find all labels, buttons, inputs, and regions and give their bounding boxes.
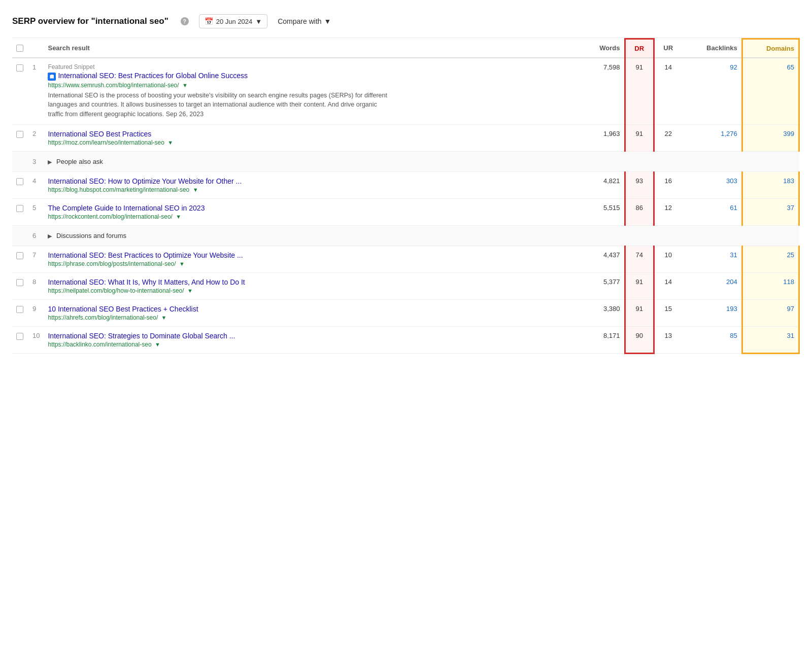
result-url[interactable]: https://ahrefs.com/blog/international-se… <box>48 314 576 321</box>
row-domains[interactable]: 65 <box>742 58 799 124</box>
row-backlinks[interactable]: 31 <box>682 246 742 272</box>
row-domains[interactable]: 97 <box>742 299 799 326</box>
row-domains[interactable]: 399 <box>742 124 799 151</box>
compare-with-button[interactable]: Compare with ▼ <box>278 17 331 25</box>
row-ur: 22 <box>654 124 682 151</box>
row-domains[interactable]: 118 <box>742 272 799 299</box>
result-title-wrapper: The Complete Guide to International SEO … <box>48 204 576 212</box>
select-all-checkbox[interactable] <box>16 45 23 52</box>
row-domains[interactable]: 183 <box>742 171 799 198</box>
url-dropdown-arrow[interactable]: ▼ <box>187 288 193 294</box>
col-header-check <box>12 39 28 58</box>
row-dr: 86 <box>625 198 654 225</box>
row-dr: 74 <box>625 246 654 272</box>
row-ur: 14 <box>654 272 682 299</box>
result-title-wrapper: 10 International SEO Best Practices + Ch… <box>48 305 576 313</box>
row-backlinks[interactable]: 193 <box>682 299 742 326</box>
row-checkbox[interactable] <box>16 306 23 313</box>
row-dr: 91 <box>625 272 654 299</box>
help-icon[interactable]: ? <box>181 17 189 25</box>
row-num: 7 <box>28 246 44 272</box>
result-url[interactable]: https://blog.hubspot.com/marketing/inter… <box>48 186 576 193</box>
table-header-row: Search result Words DR UR Backlinks Doma… <box>12 39 799 58</box>
result-title-wrapper: International SEO: How to Optimize Your … <box>48 177 576 185</box>
result-title-wrapper: International SEO Best Practices <box>48 130 576 138</box>
result-title-link[interactable]: International SEO: How to Optimize Your … <box>48 177 242 185</box>
row-words: 8,171 <box>580 326 625 353</box>
row-dr: 90 <box>625 326 654 353</box>
row-backlinks[interactable]: 303 <box>682 171 742 198</box>
table-row: 1 Featured Snippet International SEO: Be… <box>12 58 799 124</box>
row-checkbox[interactable] <box>16 64 23 72</box>
row-checkbox-cell <box>12 272 28 299</box>
result-url[interactable]: https://backlinko.com/international-seo … <box>48 341 576 348</box>
result-url[interactable]: https://neilpatel.com/blog/how-to-intern… <box>48 287 576 294</box>
row-ur: 14 <box>654 58 682 124</box>
result-title-link[interactable]: International SEO Best Practices <box>48 130 151 138</box>
row-words: 4,821 <box>580 171 625 198</box>
result-url[interactable]: https://rockcontent.com/blog/internation… <box>48 213 576 220</box>
url-dropdown-arrow[interactable]: ▼ <box>182 82 188 88</box>
table-row: 3 ▶ People also ask <box>12 151 799 171</box>
row-words: 1,963 <box>580 124 625 151</box>
result-title-link[interactable]: International SEO: Best Practices to Opt… <box>48 251 243 259</box>
result-title-link[interactable]: International SEO: Strategies to Dominat… <box>48 332 235 340</box>
result-title-link[interactable]: 10 International SEO Best Practices + Ch… <box>48 305 198 313</box>
result-title-wrapper: International SEO: What It Is, Why It Ma… <box>48 278 576 286</box>
row-num: 10 <box>28 326 44 353</box>
row-checkbox[interactable] <box>16 205 23 212</box>
page-header: SERP overview for "international seo" ? … <box>12 8 800 38</box>
row-checkbox[interactable] <box>16 279 23 286</box>
page-title: SERP overview for "international seo" <box>12 16 168 26</box>
result-url[interactable]: https://www.semrush.com/blog/internation… <box>48 82 576 89</box>
row-domains[interactable]: 37 <box>742 198 799 225</box>
row-checkbox-cell <box>12 246 28 272</box>
table-row: 4 International SEO: How to Optimize You… <box>12 171 799 198</box>
row-expandable-label[interactable]: ▶ Discussions and forums <box>44 225 799 246</box>
result-title-link[interactable]: International SEO: What It Is, Why It Ma… <box>48 278 245 286</box>
row-checkbox-cell <box>12 326 28 353</box>
result-title-wrapper: International SEO: Best Practices for Gl… <box>48 72 576 81</box>
row-result-cell: International SEO: Best Practices to Opt… <box>44 246 580 272</box>
result-title-link[interactable]: The Complete Guide to International SEO … <box>48 204 205 212</box>
url-dropdown-arrow[interactable]: ▼ <box>179 261 185 267</box>
url-dropdown-arrow[interactable]: ▼ <box>176 214 181 220</box>
row-result-cell: International SEO: How to Optimize Your … <box>44 171 580 198</box>
row-domains[interactable]: 31 <box>742 326 799 353</box>
col-header-words: Words <box>580 39 625 58</box>
table-row: 8 International SEO: What It Is, Why It … <box>12 272 799 299</box>
row-ur: 10 <box>654 246 682 272</box>
row-num: 3 <box>28 151 44 171</box>
table-row: 5 The Complete Guide to International SE… <box>12 198 799 225</box>
row-checkbox[interactable] <box>16 252 23 259</box>
result-title-wrapper: International SEO: Best Practices to Opt… <box>48 251 576 259</box>
row-dr: 91 <box>625 299 654 326</box>
row-words: 5,377 <box>580 272 625 299</box>
row-checkbox[interactable] <box>16 178 23 185</box>
table-row: 2 International SEO Best Practices https… <box>12 124 799 151</box>
row-result-cell: International SEO: What It Is, Why It Ma… <box>44 272 580 299</box>
result-url[interactable]: https://phrase.com/blog/posts/internatio… <box>48 260 576 267</box>
result-url[interactable]: https://moz.com/learn/seo/international-… <box>48 139 576 146</box>
row-backlinks[interactable]: 1,276 <box>682 124 742 151</box>
row-expandable-label[interactable]: ▶ People also ask <box>44 151 799 171</box>
row-backlinks[interactable]: 85 <box>682 326 742 353</box>
row-result-cell: International SEO Best Practices https:/… <box>44 124 580 151</box>
url-dropdown-arrow[interactable]: ▼ <box>193 187 198 193</box>
row-result-cell: International SEO: Strategies to Dominat… <box>44 326 580 353</box>
result-title-link[interactable]: International SEO: Best Practices for Gl… <box>58 72 248 80</box>
row-words: 4,437 <box>580 246 625 272</box>
url-dropdown-arrow[interactable]: ▼ <box>161 315 167 321</box>
row-checkbox[interactable] <box>16 131 23 138</box>
url-dropdown-arrow[interactable]: ▼ <box>167 140 173 146</box>
row-backlinks[interactable]: 92 <box>682 58 742 124</box>
row-domains[interactable]: 25 <box>742 246 799 272</box>
date-picker-button[interactable]: 📅 20 Jun 2024 ▼ <box>199 14 267 28</box>
row-backlinks[interactable]: 204 <box>682 272 742 299</box>
date-label: 20 Jun 2024 <box>216 18 253 25</box>
row-checkbox[interactable] <box>16 333 23 340</box>
col-header-domains: Domains <box>742 39 799 58</box>
url-dropdown-arrow[interactable]: ▼ <box>155 341 160 348</box>
col-header-num <box>28 39 44 58</box>
row-backlinks[interactable]: 61 <box>682 198 742 225</box>
